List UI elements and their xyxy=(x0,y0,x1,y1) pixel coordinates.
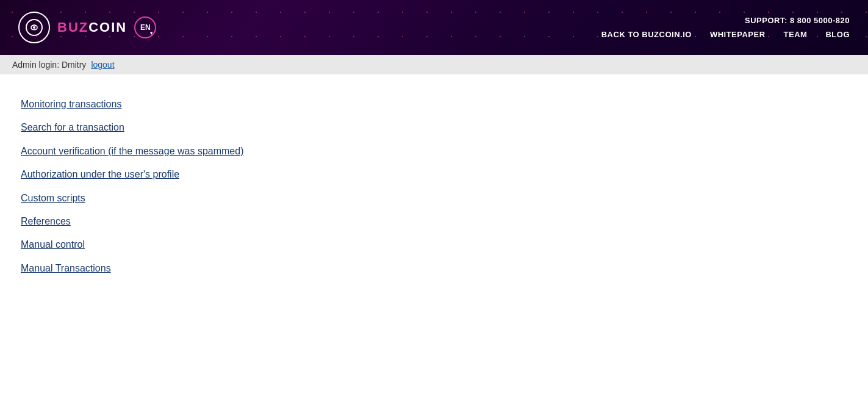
logout-link[interactable]: logout xyxy=(91,60,114,70)
link-custom-scripts[interactable]: Custom scripts xyxy=(21,187,847,210)
admin-bar: Admin login: Dmitry logout xyxy=(0,55,868,74)
link-authorization-user-profile[interactable]: Authorization under the user's profile xyxy=(21,163,847,186)
link-manual-control[interactable]: Manual control xyxy=(21,233,847,256)
admin-login-text: Admin login: Dmitry xyxy=(12,60,86,70)
nav-whitepaper[interactable]: WHITEPAPER xyxy=(710,30,766,39)
link-references[interactable]: References xyxy=(21,210,847,233)
link-monitoring-transactions[interactable]: Monitoring transactions xyxy=(21,93,847,116)
svg-point-1 xyxy=(33,26,35,29)
support-text: SUPPORT: 8 800 5000-820 xyxy=(745,16,850,25)
link-manual-transactions[interactable]: Manual Transactions xyxy=(21,257,847,280)
logo-area: BUZCOIN EN xyxy=(18,12,156,43)
header-right: SUPPORT: 8 800 5000-820 BACK TO BUZCOIN.… xyxy=(601,16,850,39)
main-content: Monitoring transactions Search for a tra… xyxy=(0,74,868,298)
site-header: BUZCOIN EN SUPPORT: 8 800 5000-820 BACK … xyxy=(0,0,868,55)
main-nav: BACK TO BUZCOIN.IO WHITEPAPER TEAM BLOG xyxy=(601,30,850,39)
nav-blog[interactable]: BLOG xyxy=(825,30,850,39)
link-search-transaction[interactable]: Search for a transaction xyxy=(21,116,847,139)
nav-team[interactable]: TEAM xyxy=(784,30,808,39)
lang-selector[interactable]: EN xyxy=(134,16,156,38)
logo-icon xyxy=(18,12,50,43)
link-account-verification[interactable]: Account verification (if the message was… xyxy=(21,140,847,163)
logo-text: BUZCOIN xyxy=(57,20,127,35)
nav-back-to-buzcoin[interactable]: BACK TO BUZCOIN.IO xyxy=(601,30,692,39)
